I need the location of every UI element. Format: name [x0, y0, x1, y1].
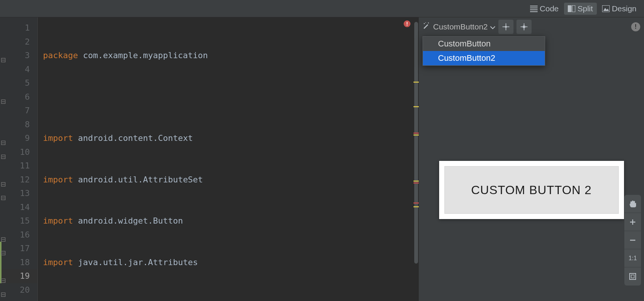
keyword: import	[43, 175, 73, 184]
error-marker[interactable]	[413, 182, 419, 184]
fold-handle-icon[interactable]: ⊟	[1, 53, 5, 58]
wand-icon	[423, 22, 431, 32]
svg-point-9	[424, 23, 425, 24]
zoom-reset-button[interactable]: 1:1	[624, 249, 641, 267]
pan-button[interactable]	[624, 195, 641, 213]
error-marker[interactable]	[413, 202, 419, 204]
rendered-custom-button: CUSTOM BUTTON 2	[444, 166, 619, 214]
warning-marker[interactable]	[413, 82, 419, 83]
zoom-fit-button[interactable]	[624, 267, 641, 286]
warning-marker[interactable]	[413, 206, 419, 207]
svg-point-14	[505, 26, 507, 28]
keyword: import	[43, 216, 73, 225]
dropdown-item[interactable]: CustomButton	[423, 37, 545, 51]
svg-rect-6	[602, 5, 610, 12]
interactive-mode-button[interactable]	[498, 20, 513, 34]
view-mode-design[interactable]: Design	[598, 3, 640, 15]
composable-dropdown: CustomButton CustomButton2	[423, 36, 545, 66]
view-mode-split[interactable]: Split	[564, 3, 597, 15]
view-mode-code-label: Code	[540, 4, 559, 13]
warning-marker[interactable]	[413, 181, 419, 182]
keyword: import	[43, 258, 73, 267]
fold-end-icon[interactable]: ⊟	[1, 178, 5, 182]
animation-mode-button[interactable]	[516, 20, 532, 34]
selector-label: CustomButton2	[433, 22, 488, 31]
view-mode-design-label: Design	[612, 4, 636, 13]
fold-handle-icon[interactable]: ⊟	[1, 233, 5, 237]
main-split: 1 2 3⊟ 4 5 6⊟ 7 8 9⊟ 10⊟ 11 12⊟ 13⊟ 14 1…	[0, 17, 644, 301]
import-name: android.content.Context	[73, 133, 193, 143]
fold-end-icon[interactable]: ⊟	[1, 274, 5, 278]
svg-marker-7	[603, 8, 609, 11]
editor-scrollbar[interactable]	[413, 17, 419, 301]
import-name: android.util.AttributeSet	[73, 175, 203, 184]
chevron-down-icon	[490, 22, 495, 31]
package-name: com.example.myapplication	[78, 51, 208, 60]
view-mode-toolbar: Code Split Design	[0, 0, 644, 17]
svg-rect-4	[568, 5, 571, 12]
preview-toolbar: CustomButton2 !	[419, 17, 644, 36]
issues-badge-icon[interactable]: !	[631, 22, 640, 31]
keyword: import	[43, 133, 73, 143]
svg-rect-8	[424, 24, 428, 29]
error-marker[interactable]	[413, 133, 419, 134]
preview-composable-selector[interactable]: CustomButton2	[423, 22, 495, 32]
editor-pane: 1 2 3⊟ 4 5 6⊟ 7 8 9⊟ 10⊟ 11 12⊟ 13⊟ 14 1…	[0, 17, 419, 301]
preview-surface: CUSTOM BUTTON 2	[439, 161, 624, 219]
warning-marker[interactable]	[413, 134, 419, 136]
fold-handle-icon[interactable]: ⊟	[1, 136, 5, 140]
svg-rect-23	[630, 273, 636, 279]
svg-point-10	[428, 22, 429, 23]
dropdown-item[interactable]: CustomButton2	[423, 51, 545, 65]
svg-point-11	[425, 22, 426, 23]
svg-point-19	[523, 26, 525, 28]
fold-end-icon[interactable]: ⊟	[1, 95, 5, 99]
scrollbar-thumb[interactable]	[414, 22, 418, 264]
fold-handle-icon[interactable]: ⊟	[1, 246, 5, 251]
import-name: android.widget.Button	[73, 216, 183, 225]
dropdown-item-label: CustomButton	[438, 39, 490, 49]
rendered-button-text: CUSTOM BUTTON 2	[471, 183, 592, 197]
import-name: java.util.jar.Attributes	[73, 258, 198, 267]
zoom-controls: 1:1	[624, 195, 641, 286]
fold-handle-icon[interactable]: ⊟	[1, 150, 5, 154]
design-image-icon	[602, 5, 610, 12]
split-icon	[568, 5, 575, 12]
zoom-out-button[interactable]	[624, 231, 641, 249]
code-lines-icon	[530, 5, 538, 12]
fold-end-icon[interactable]: ⊟	[1, 191, 5, 196]
warning-marker[interactable]	[413, 106, 419, 107]
view-mode-code[interactable]: Code	[526, 3, 563, 15]
dropdown-item-label: CustomButton2	[438, 53, 495, 63]
zoom-reset-label: 1:1	[629, 255, 637, 262]
view-mode-split-label: Split	[578, 4, 593, 13]
code-editor[interactable]: package com.example.myapplication import…	[38, 17, 419, 301]
zoom-in-button[interactable]	[624, 213, 641, 231]
error-indicator-icon[interactable]: !	[404, 20, 410, 27]
preview-canvas[interactable]: CUSTOM BUTTON 2	[419, 36, 644, 301]
svg-rect-24	[631, 275, 634, 278]
preview-pane: CustomButton2 ! CustomButton CustomButto…	[419, 17, 644, 301]
svg-rect-5	[572, 5, 575, 12]
vcs-change-marker	[0, 256, 2, 270]
editor-gutter: 1 2 3⊟ 4 5 6⊟ 7 8 9⊟ 10⊟ 11 12⊟ 13⊟ 14 1…	[0, 17, 38, 301]
fold-end-icon[interactable]: ⊟	[1, 288, 5, 292]
keyword: package	[43, 51, 78, 60]
